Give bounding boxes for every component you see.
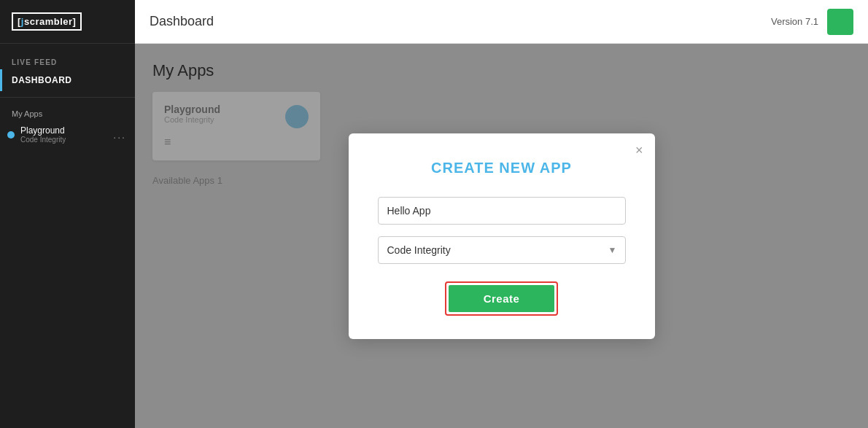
sidebar-app-type: Code Integrity xyxy=(20,136,113,144)
version-text: Version 7.1 xyxy=(771,16,818,27)
sidebar-item-dashboard[interactable]: Dashboard xyxy=(0,69,135,91)
logo: [jscrambler] xyxy=(12,12,82,31)
sidebar-divider xyxy=(0,97,135,98)
create-button-highlight: Create xyxy=(445,281,559,316)
modal-title: CREATE NEW APP xyxy=(378,160,626,176)
app-name-input[interactable] xyxy=(378,197,626,225)
create-button-wrapper: Create xyxy=(378,281,626,316)
app-type-select-wrapper: Code Integrity Code Obfuscation ▼ xyxy=(378,236,626,264)
user-avatar[interactable] xyxy=(827,9,853,35)
modal-close-button[interactable]: × xyxy=(635,144,643,157)
create-app-button[interactable]: Create xyxy=(449,285,555,312)
sidebar-item-playground[interactable]: Playground Code Integrity ... xyxy=(0,121,135,148)
app-type-select[interactable]: Code Integrity Code Obfuscation xyxy=(378,236,626,264)
sidebar-app-info: Playground Code Integrity xyxy=(20,125,113,144)
content-area: My Apps Playground Code Integrity ≡ Avai… xyxy=(135,44,868,428)
create-app-modal: × CREATE NEW APP Code Integrity Code Obf… xyxy=(349,133,655,339)
sidebar-app-name: Playground xyxy=(20,125,113,136)
sidebar-app-more-icon[interactable]: ... xyxy=(113,129,126,141)
topbar-right: Version 7.1 xyxy=(771,9,853,35)
sidebar: [jscrambler] Live Feed Dashboard My Apps… xyxy=(0,0,135,428)
my-apps-label: My Apps xyxy=(0,104,135,121)
sidebar-logo: [jscrambler] xyxy=(0,0,135,44)
live-feed-label: Live Feed xyxy=(0,55,135,69)
app-status-dot xyxy=(7,131,15,139)
main-content: Dashboard Version 7.1 My Apps Playground… xyxy=(135,0,868,428)
topbar: Dashboard Version 7.1 xyxy=(135,0,868,44)
topbar-title: Dashboard xyxy=(150,14,214,29)
sidebar-nav: Live Feed Dashboard My Apps Playground C… xyxy=(0,44,135,154)
modal-overlay: × CREATE NEW APP Code Integrity Code Obf… xyxy=(135,44,868,428)
